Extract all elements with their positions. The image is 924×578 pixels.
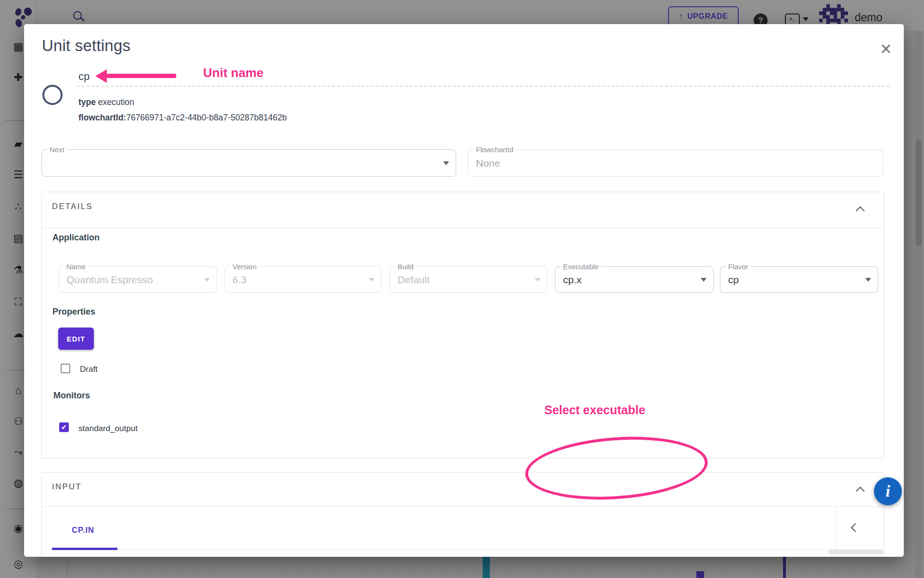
- standard-output-checkbox[interactable]: ✔: [59, 422, 69, 432]
- flowchartid-field-label: FlowchartId: [474, 145, 516, 154]
- close-icon[interactable]: ×: [876, 39, 896, 59]
- annotation-select-executable: Select executable: [544, 403, 645, 417]
- collapse-chevron-up-icon[interactable]: [856, 206, 864, 215]
- next-select[interactable]: Next: [41, 149, 456, 177]
- input-header: INPUT: [52, 482, 82, 491]
- unit-name-underline: [77, 86, 889, 87]
- annotation-arrow-shaft: [105, 74, 176, 78]
- tabstrip-border: [117, 549, 835, 550]
- name-label: Name: [64, 263, 88, 271]
- tab-scrollbar-thumb[interactable]: [828, 550, 884, 554]
- unit-type-row: type execution: [78, 97, 134, 107]
- page: ↑ UPGRADE ? >_ demo ▦ ✚ ▰ ☰ ∴ ▤ ⚗ ⛶ ☁ ⌂ …: [0, 0, 924, 578]
- draft-checkbox-label[interactable]: Draft: [80, 365, 98, 374]
- executable-value: cp.x: [563, 274, 582, 286]
- info-icon: i: [886, 482, 890, 500]
- unit-name-value[interactable]: cp: [78, 70, 90, 83]
- draft-checkbox[interactable]: [61, 364, 70, 373]
- name-value: Quantum Espresso: [66, 274, 153, 286]
- collapse-chevron-up-icon[interactable]: [856, 486, 864, 495]
- next-select-label: Next: [47, 145, 67, 154]
- version-label: Version: [230, 263, 259, 271]
- chevron-left-icon[interactable]: [851, 523, 860, 532]
- unit-shape-icon: [42, 85, 63, 105]
- version-select: Version 6.3: [224, 266, 382, 293]
- type-label: type: [78, 97, 96, 107]
- details-section: DETAILS Application Name Quantum Espress…: [41, 192, 884, 459]
- type-value: execution: [98, 97, 134, 107]
- flowchartid-value: 76766971-a7c2-44b0-b8a7-50287b81462b: [126, 113, 287, 122]
- monitors-label: Monitors: [53, 391, 90, 401]
- divider: [42, 506, 884, 507]
- check-icon: ✔: [61, 423, 67, 432]
- application-name-select: Name Quantum Espresso: [58, 266, 217, 293]
- divider: [42, 228, 884, 228]
- unit-flowchartid-row: flowchartId:76766971-a7c2-44b0-b8a7-5028…: [78, 113, 287, 123]
- standard-output-label[interactable]: standard_output: [78, 424, 138, 434]
- active-tab-indicator: [52, 548, 117, 550]
- dialog-title: Unit settings: [42, 37, 130, 55]
- chevron-down-icon: [204, 278, 210, 282]
- version-value: 6.3: [232, 274, 246, 286]
- application-label: Application: [52, 233, 100, 243]
- flowchartid-field-value: None: [476, 158, 500, 169]
- tab-cp-in[interactable]: CP.IN: [72, 525, 94, 535]
- flowchartid-field: FlowchartId None: [468, 149, 884, 177]
- executable-select[interactable]: Executable cp.x: [555, 266, 714, 293]
- chevron-down-icon: [369, 278, 374, 282]
- build-value: Default: [398, 274, 430, 286]
- chevron-down-icon: [535, 278, 540, 282]
- details-header: DETAILS: [52, 202, 93, 211]
- input-section: INPUT CP.IN: [41, 472, 884, 557]
- info-fab-button[interactable]: i: [874, 477, 902, 505]
- unit-settings-dialog: Unit settings × cp Unit name type execut…: [24, 24, 904, 557]
- annotation-unit-name: Unit name: [203, 66, 264, 80]
- executable-label: Executable: [561, 263, 601, 271]
- build-label: Build: [395, 263, 416, 271]
- flavor-label: Flavor: [726, 263, 751, 271]
- flavor-select[interactable]: Flavor cp: [720, 266, 878, 293]
- properties-label: Properties: [52, 307, 95, 317]
- flavor-value: cp: [728, 274, 739, 286]
- chevron-down-icon[interactable]: [701, 278, 706, 282]
- edit-button[interactable]: EDIT: [58, 328, 94, 350]
- build-select: Build Default: [389, 266, 548, 293]
- chevron-down-icon[interactable]: [865, 278, 871, 282]
- flowchartid-label: flowchartId:: [78, 113, 126, 122]
- chevron-down-icon[interactable]: [443, 161, 449, 165]
